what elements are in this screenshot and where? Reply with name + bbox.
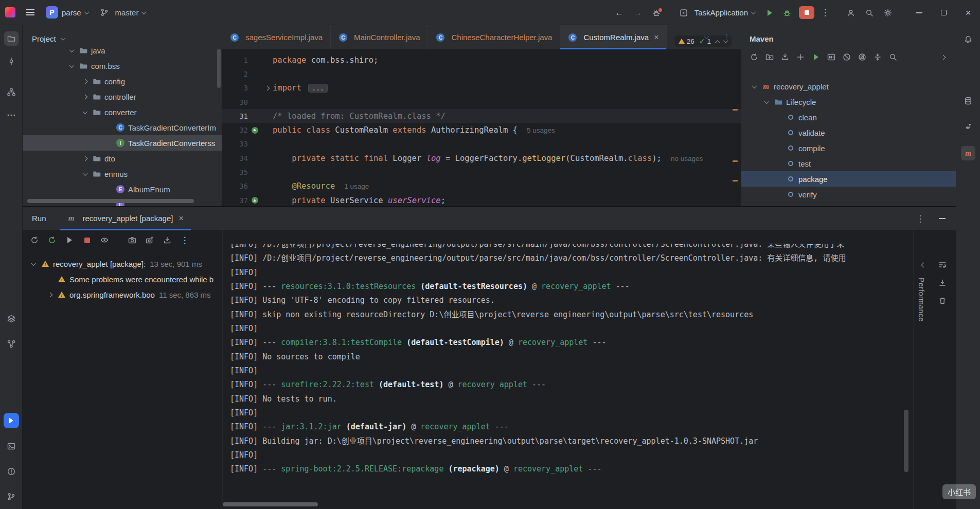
main-menu-button[interactable] xyxy=(22,4,39,21)
project-tree-item[interactable]: java xyxy=(23,43,222,58)
collapse-button[interactable] xyxy=(871,50,884,64)
more-button[interactable]: ⋮ xyxy=(914,212,927,225)
prev-problem-icon[interactable] xyxy=(715,40,720,45)
tool-button-database[interactable] xyxy=(961,94,975,108)
tool-button-more-dots[interactable]: ⋯ xyxy=(4,107,19,122)
console[interactable]: [INFO] /D:/创业项目/project/reverse_engineer… xyxy=(223,244,913,509)
stop-button[interactable] xyxy=(80,233,94,247)
tool-button-maven[interactable]: m xyxy=(961,146,975,160)
project-tree-item[interactable]: com.bss xyxy=(23,58,222,74)
code-line[interactable]: 37 private UserService userService; xyxy=(222,193,741,206)
inspections-widget[interactable]: 26 ✓1 xyxy=(674,35,732,47)
camera-plus-button[interactable] xyxy=(143,233,156,247)
code-line[interactable]: 34 private static final Logger log = Log… xyxy=(222,151,741,165)
project-tree-item[interactable]: config xyxy=(23,74,222,89)
run-goal-button[interactable] xyxy=(809,50,823,64)
editor-tab[interactable]: CChineseCharacterHelper.java xyxy=(428,25,560,49)
close-tab-icon[interactable]: × xyxy=(179,214,183,223)
soft-wrap-button[interactable] xyxy=(936,258,949,271)
project-tree-item[interactable]: controller xyxy=(23,89,222,104)
download-button[interactable] xyxy=(778,50,792,64)
code-line[interactable]: 3import ... xyxy=(222,81,741,95)
code-line[interactable]: 2 xyxy=(222,67,741,81)
maven-tree-item[interactable]: Lifecycle xyxy=(741,94,956,110)
more-dots-v-button[interactable]: ⋮ xyxy=(178,233,191,247)
code-line[interactable]: 1package com.bss.shiro; xyxy=(222,53,741,67)
project-tree-item[interactable]: converter xyxy=(23,104,222,120)
tool-button-commit[interactable] xyxy=(4,54,19,68)
tool-button-nodes[interactable] xyxy=(4,337,19,351)
debug-button[interactable] xyxy=(779,4,797,22)
code-line[interactable]: 32public class CustomRealm extends Autho… xyxy=(222,123,741,137)
stop-button[interactable] xyxy=(798,4,815,22)
maven-tree-item[interactable]: package xyxy=(741,171,956,187)
code-line[interactable]: 35 xyxy=(222,165,741,179)
tool-button-run[interactable] xyxy=(4,413,19,428)
skip-tests-button[interactable] xyxy=(856,50,869,64)
profiler-bug-icon[interactable] xyxy=(648,4,665,22)
performance-tab[interactable]: Performance xyxy=(917,278,925,322)
expand-button[interactable] xyxy=(936,50,950,64)
console-vertical-scrollbar[interactable] xyxy=(904,410,908,472)
run-tree-item[interactable]: !org.springframework.boo11 sec, 863 ms xyxy=(23,287,222,302)
tool-button-services[interactable] xyxy=(4,312,19,326)
project-tree-item[interactable]: CTaskGradientConverterIm xyxy=(23,120,222,135)
export-button[interactable] xyxy=(161,233,174,247)
run-tree-item[interactable]: !Some problems were encountered while b xyxy=(23,271,222,287)
scroll-end-button[interactable] xyxy=(936,276,949,289)
tool-button-bell[interactable] xyxy=(961,32,975,47)
override-gutter-icon[interactable] xyxy=(252,197,258,204)
maven-tree-item[interactable]: test xyxy=(741,156,956,171)
forward-button[interactable]: → xyxy=(629,4,647,22)
more-actions-button[interactable]: ⋮ xyxy=(816,4,834,22)
back-button[interactable]: ← xyxy=(611,4,628,22)
hide-button[interactable] xyxy=(935,212,949,225)
inspect-button[interactable] xyxy=(98,233,111,247)
tool-button-project-folder[interactable] xyxy=(4,31,19,46)
project-horizontal-scrollbar[interactable] xyxy=(27,199,194,203)
settings-button[interactable] xyxy=(880,4,898,22)
project-vertical-scrollbar[interactable] xyxy=(217,49,221,88)
tool-button-gradle[interactable] xyxy=(961,120,975,134)
maven-tree-item[interactable]: validate xyxy=(741,125,956,140)
maven-tree-item[interactable]: mrecovery_applet xyxy=(741,79,956,94)
tool-button-branch[interactable] xyxy=(4,489,19,504)
code-area[interactable]: 1package com.bss.shiro;23import ...3031/… xyxy=(222,50,741,206)
reload-button[interactable] xyxy=(747,50,761,64)
error-stripe-mark[interactable] xyxy=(733,180,738,181)
search-everywhere-button[interactable] xyxy=(862,4,879,22)
execute-button[interactable] xyxy=(825,50,838,64)
console-horizontal-scrollbar[interactable] xyxy=(223,502,318,506)
tool-button-problems[interactable] xyxy=(4,464,19,479)
project-tree-item[interactable]: ITaskGradientConverterss xyxy=(23,135,222,151)
add-button[interactable] xyxy=(794,50,807,64)
profile-search-button[interactable] xyxy=(886,50,900,64)
offline-button[interactable] xyxy=(840,50,853,64)
code-line[interactable]: 36 @Resource1 usage xyxy=(222,179,741,193)
run-tree-item[interactable]: !recovery_applet [package]:13 sec, 901 m… xyxy=(23,256,222,271)
editor-tab[interactable]: CMainController.java xyxy=(331,25,428,49)
rerun-button[interactable] xyxy=(28,233,41,247)
code-line[interactable]: 30 xyxy=(222,95,741,109)
run-tab[interactable]: m recovery_applet [package] × xyxy=(60,207,191,230)
project-tree-item[interactable]: dto xyxy=(23,151,222,166)
run-button[interactable] xyxy=(761,4,778,22)
run-configuration-selector[interactable]: TaskApplication xyxy=(674,4,760,22)
override-gutter-icon[interactable] xyxy=(252,127,258,134)
refresh-button[interactable] xyxy=(45,233,59,247)
code-line[interactable]: 31/* loaded from: CustomRealm.class */ xyxy=(222,109,741,123)
download-sources-button[interactable] xyxy=(763,50,776,64)
tool-button-structure[interactable] xyxy=(4,85,19,99)
project-tree-item[interactable]: EAlbumEnum xyxy=(23,181,222,197)
project-tree-item[interactable]: enmus xyxy=(23,166,222,181)
project-widget[interactable]: P parse xyxy=(41,4,93,21)
tool-button-terminal[interactable] xyxy=(4,439,19,453)
run-dim-button[interactable] xyxy=(63,233,76,247)
maximize-button[interactable] xyxy=(932,0,955,25)
account-button[interactable] xyxy=(843,4,861,22)
close-tab-icon[interactable]: × xyxy=(654,33,658,42)
maven-tree-item[interactable]: compile xyxy=(741,140,956,156)
maven-tree-item[interactable]: verify xyxy=(741,187,956,202)
trash-button[interactable] xyxy=(936,294,949,307)
close-button[interactable]: × xyxy=(956,0,980,25)
